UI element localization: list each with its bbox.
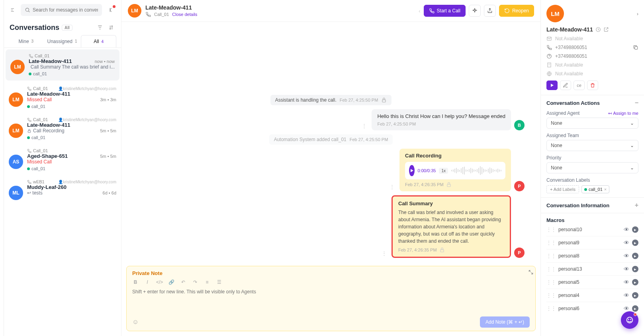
message-menu-button[interactable]: ⋮ bbox=[360, 121, 368, 130]
playback-speed-button[interactable]: 1x bbox=[439, 168, 448, 174]
expand-compose-button[interactable] bbox=[527, 268, 535, 277]
prev-conversation-button[interactable]: ‹ bbox=[419, 8, 420, 14]
undo-button[interactable]: ↶ bbox=[180, 279, 186, 285]
new-conversation-button[interactable] bbox=[546, 81, 558, 90]
drag-handle-icon[interactable]: ⋮⋮ bbox=[546, 227, 556, 232]
edit-contact-button[interactable] bbox=[560, 81, 571, 90]
preview-macro-button[interactable]: 👁 bbox=[623, 279, 630, 285]
preview-macro-button[interactable]: 👁 bbox=[623, 253, 630, 259]
expand-section-button[interactable]: + bbox=[635, 202, 638, 209]
preview-macro-button[interactable]: 👁 bbox=[623, 266, 630, 272]
conversations-scope-badge[interactable]: All bbox=[62, 25, 72, 31]
copy-icon[interactable] bbox=[633, 45, 638, 50]
add-labels-button[interactable]: + Add Labels bbox=[546, 185, 579, 193]
external-link-icon[interactable] bbox=[603, 27, 609, 32]
filter-button[interactable] bbox=[96, 23, 104, 32]
run-macro-button[interactable]: ▸ bbox=[632, 279, 638, 285]
tab-mine[interactable]: Mine3 bbox=[9, 35, 43, 47]
private-note-tab[interactable]: Private Note bbox=[132, 270, 162, 276]
conversation-item[interactable]: AS Call_01 Aged-Shape-651 5m • 5m Missed… bbox=[4, 144, 121, 175]
conversation-source: wEB1 bbox=[33, 179, 45, 184]
run-macro-button[interactable]: ▸ bbox=[632, 240, 638, 246]
play-button[interactable] bbox=[409, 165, 415, 176]
assign-to-me-link[interactable]: ↤ Assign to me bbox=[608, 111, 638, 116]
preview-macro-button[interactable]: 👁 bbox=[623, 226, 630, 233]
macro-name: personal6 bbox=[558, 306, 579, 311]
collapse-sidebar-button[interactable] bbox=[105, 4, 116, 16]
run-macro-button[interactable]: ▸ bbox=[632, 226, 638, 233]
start-call-button[interactable]: Start a Call bbox=[424, 5, 466, 17]
drag-handle-icon[interactable]: ⋮⋮ bbox=[546, 253, 556, 259]
call-summary-card: Call Summary The call was brief and invo… bbox=[391, 195, 511, 258]
reopen-button[interactable]: Reopen bbox=[499, 5, 534, 17]
chat-source: Call_01 bbox=[154, 12, 169, 17]
run-macro-button[interactable]: ▸ bbox=[632, 266, 638, 272]
collapse-section-button[interactable]: − bbox=[635, 99, 638, 106]
drag-handle-icon[interactable]: ⋮⋮ bbox=[546, 266, 556, 272]
macro-name: personal4 bbox=[558, 293, 579, 298]
emoji-button[interactable]: ☺ bbox=[132, 318, 139, 326]
code-button[interactable]: </> bbox=[156, 279, 162, 285]
link-button[interactable]: 🔗 bbox=[168, 279, 174, 285]
share-button[interactable] bbox=[484, 5, 496, 17]
tab-unassigned[interactable]: Unassigned1 bbox=[45, 35, 80, 47]
sort-button[interactable] bbox=[107, 23, 115, 32]
preview-macro-button[interactable]: 👁 bbox=[623, 240, 630, 246]
run-macro-button[interactable]: ▸ bbox=[632, 292, 638, 299]
ordered-list-button[interactable]: ☰ bbox=[216, 279, 222, 285]
system-message: Automation System added call_01 Feb 27, … bbox=[269, 134, 393, 145]
compose-area: Private Note B I </> 🔗 ↶ ↷ ≡ ☰ ☺ Add Not… bbox=[126, 266, 536, 331]
search-input-wrapper[interactable] bbox=[21, 4, 102, 16]
conversation-item[interactable]: LM Call_01 👤kristineMkrtchyan@hoory.com … bbox=[4, 113, 121, 144]
message-menu-button[interactable]: ⋮ bbox=[388, 182, 396, 191]
preview-macro-button[interactable]: 👁 bbox=[623, 292, 630, 299]
remove-label-icon[interactable]: × bbox=[604, 187, 607, 192]
help-fab[interactable] bbox=[621, 311, 638, 329]
message-menu-button[interactable]: ⋮ bbox=[380, 249, 388, 258]
bullet-list-button[interactable]: ≡ bbox=[204, 279, 210, 285]
add-note-button[interactable]: Add Note (⌘ + ↵) bbox=[480, 316, 530, 328]
conversation-time: now • now bbox=[95, 59, 115, 64]
sparkle-button[interactable] bbox=[469, 5, 481, 17]
merge-contact-button[interactable]: ce bbox=[574, 81, 585, 90]
run-macro-button[interactable]: ▸ bbox=[632, 305, 638, 312]
macro-name: personal8 bbox=[558, 253, 579, 259]
bold-button[interactable]: B bbox=[132, 279, 139, 285]
list-toggle-icon[interactable] bbox=[9, 6, 18, 14]
drag-handle-icon[interactable]: ⋮⋮ bbox=[546, 306, 556, 311]
assigned-team-select[interactable]: None⌄ bbox=[546, 140, 638, 151]
label-chip[interactable]: call_01× bbox=[581, 185, 609, 193]
delete-contact-button[interactable] bbox=[587, 81, 598, 90]
macro-item: ⋮⋮personal5 👁▸ bbox=[546, 276, 638, 289]
conversation-item[interactable]: LM Call_01 👤kristineMkrtchyan@hoory.com … bbox=[4, 82, 121, 113]
audio-player[interactable]: 0:00/0:35 1x bbox=[405, 162, 505, 179]
drag-handle-icon[interactable]: ⋮⋮ bbox=[546, 293, 556, 298]
macro-name: personal9 bbox=[558, 240, 579, 246]
audio-waveform[interactable] bbox=[451, 166, 501, 175]
conversation-preview: ↩ tests bbox=[27, 190, 43, 196]
drag-handle-icon[interactable]: ⋮⋮ bbox=[546, 279, 556, 285]
collapse-panel-button[interactable]: › bbox=[637, 11, 638, 17]
conversations-panel: Conversations All Mine3 Unassigned1 All4… bbox=[4, 0, 121, 336]
fab-notification-dot bbox=[634, 313, 637, 316]
drag-handle-icon[interactable]: ⋮⋮ bbox=[546, 240, 556, 246]
note-textarea[interactable] bbox=[132, 289, 530, 300]
priority-select[interactable]: None⌄ bbox=[546, 162, 638, 173]
conversation-item[interactable]: ML wEB1 👤kristineMkrtchyan@hoory.com Mud… bbox=[4, 175, 121, 204]
search-input[interactable] bbox=[33, 7, 98, 13]
preview-macro-button[interactable]: 👁 bbox=[623, 305, 630, 312]
lock-icon bbox=[446, 182, 452, 187]
tab-all[interactable]: All4 bbox=[81, 35, 116, 47]
conversation-assignee: 👤kristineMkrtchyan@hoory.com bbox=[58, 118, 116, 122]
conversation-name: Muddy-Leaf-260 bbox=[27, 184, 67, 190]
close-details-link[interactable]: Close details bbox=[172, 12, 197, 17]
assigned-agent-select[interactable]: None⌄ bbox=[546, 118, 638, 129]
italic-button[interactable]: I bbox=[144, 279, 151, 285]
details-panel: LM › Late-Meadow-411 Not Available +3749… bbox=[540, 0, 644, 336]
redo-button[interactable]: ↷ bbox=[192, 279, 198, 285]
bot-avatar: P bbox=[514, 248, 525, 258]
conversation-item[interactable]: LM Call_01 Late-Meadow-411 now • now Cal… bbox=[6, 49, 119, 81]
run-macro-button[interactable]: ▸ bbox=[632, 253, 638, 259]
conversation-name: Late-Meadow-411 bbox=[27, 91, 70, 97]
svg-rect-2 bbox=[28, 131, 30, 133]
